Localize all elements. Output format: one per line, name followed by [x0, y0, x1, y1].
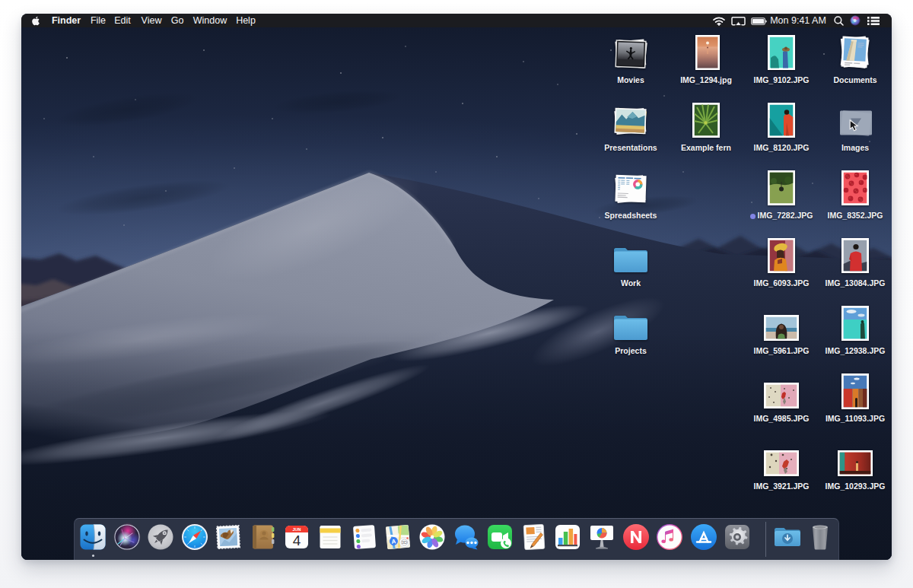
svg-text:JUN: JUN [292, 527, 301, 532]
svg-text:3D: 3D [402, 540, 407, 545]
svg-text:4: 4 [292, 532, 301, 548]
svg-text:A: A [392, 538, 397, 545]
